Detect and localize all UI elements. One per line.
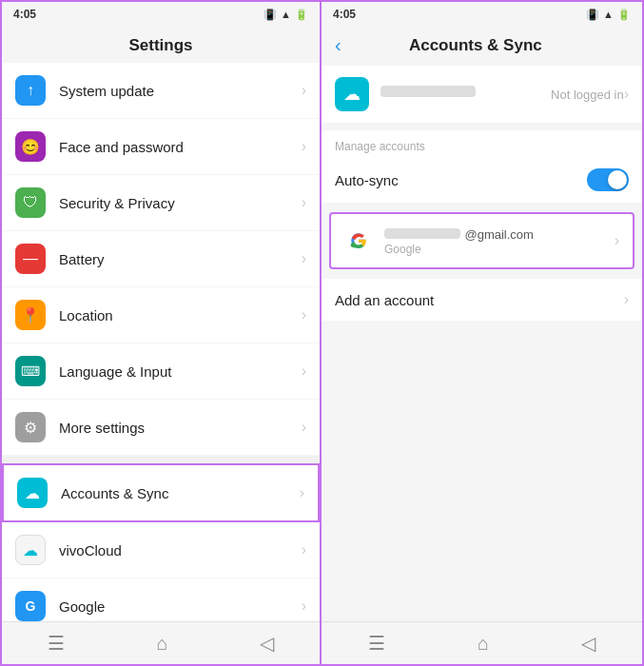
add-account-chevron-icon: › <box>624 291 629 308</box>
gmail-info: @gmail.com Google <box>384 225 615 256</box>
sidebar-item-security-privacy[interactable]: 🛡 Security & Privacy › <box>2 175 320 230</box>
chevron-icon: › <box>300 484 304 501</box>
security-privacy-icon: 🛡 <box>15 187 46 218</box>
autosync-label: Auto-sync <box>335 172 587 188</box>
not-logged-label: Not logged in <box>551 88 624 102</box>
chevron-icon: › <box>302 138 306 155</box>
back-button[interactable]: ‹ <box>335 34 342 56</box>
vibrate-icon: 📳 <box>263 9 277 21</box>
right-status-bar: 4:05 📳 ▲ 🔋 <box>322 2 642 27</box>
add-account-label: Add an account <box>335 292 624 308</box>
language-input-label: Language & Input <box>59 363 302 380</box>
sidebar-item-location[interactable]: 📍 Location › <box>2 287 320 343</box>
sidebar-item-system-update[interactable]: ↑ System update › <box>2 63 320 118</box>
language-icon: ⌨ <box>15 356 46 386</box>
right-bottom-nav: ☰ ⌂ ◁ <box>322 621 642 664</box>
account-info <box>381 86 551 103</box>
battery-icon: 🔋 <box>295 9 308 21</box>
left-status-bar: 4:05 📳 ▲ 🔋 <box>2 2 320 27</box>
chevron-icon: › <box>302 362 306 380</box>
add-account-row[interactable]: Add an account › <box>322 279 642 321</box>
home-icon[interactable]: ⌂ <box>156 633 167 655</box>
google-icon: G <box>15 591 46 621</box>
location-icon: 📍 <box>15 300 46 330</box>
google-g-icon <box>344 226 373 255</box>
chevron-icon: › <box>302 541 306 558</box>
left-bottom-nav: ☰ ⌂ ◁ <box>2 621 320 664</box>
sidebar-item-vivocloud[interactable]: ☁ vivoCloud › <box>2 522 320 578</box>
right-page-title: Accounts & Sync <box>349 36 602 55</box>
back-icon[interactable]: ◁ <box>260 632 274 655</box>
menu-icon[interactable]: ☰ <box>48 632 65 655</box>
left-page-title: Settings <box>2 27 320 63</box>
gmail-account-row[interactable]: @gmail.com Google › <box>329 212 634 269</box>
vibrate-icon: 📳 <box>586 9 599 21</box>
accounts-sync-icon: ☁ <box>17 478 48 508</box>
accounts-sync-label: Accounts & Sync <box>61 485 300 501</box>
sidebar-item-face-password[interactable]: 😊 Face and password › <box>2 119 320 174</box>
chevron-icon: › <box>302 82 306 99</box>
face-password-label: Face and password <box>59 139 302 155</box>
more-settings-icon: ⚙ <box>15 412 46 442</box>
left-panel: 4:05 📳 ▲ 🔋 Settings ↑ System update › 😊 … <box>0 0 322 666</box>
right-panel: 4:05 📳 ▲ 🔋 ‹ Accounts & Sync ☁ Not logge… <box>322 0 644 666</box>
home-icon[interactable]: ⌂ <box>478 633 489 655</box>
battery-icon: 🔋 <box>617 9 631 21</box>
wifi-icon: ▲ <box>603 9 614 20</box>
gmail-chevron-icon: › <box>615 232 619 249</box>
system-update-icon: ↑ <box>15 75 46 106</box>
chevron-icon: › <box>302 306 306 323</box>
gmail-blurred-name <box>384 228 460 239</box>
sidebar-item-language-input[interactable]: ⌨ Language & Input › <box>2 343 320 399</box>
gmail-suffix: @gmail.com <box>464 227 533 242</box>
right-header: ‹ Accounts & Sync <box>322 27 642 66</box>
gmail-sub-label: Google <box>384 243 615 256</box>
face-password-icon: 😊 <box>15 131 46 162</box>
manage-label: Manage accounts <box>322 130 642 157</box>
account-type-icon: ☁ <box>335 77 369 111</box>
battery-label: Battery <box>59 251 302 267</box>
autosync-row: Auto-sync <box>322 157 642 203</box>
sidebar-item-google[interactable]: G Google › <box>2 578 320 621</box>
more-settings-label: More settings <box>59 420 302 436</box>
sidebar-item-accounts-sync[interactable]: ☁ Accounts & Sync › <box>2 463 320 522</box>
account-blurred-name <box>381 86 476 97</box>
gmail-address: @gmail.com <box>384 225 615 243</box>
vivocloud-label: vivoCloud <box>59 542 302 558</box>
battery-icon: — <box>15 244 46 274</box>
settings-list: ↑ System update › 😊 Face and password › … <box>2 63 320 621</box>
right-content: ☁ Not logged in › Manage accounts Auto-s… <box>322 66 642 621</box>
sidebar-item-battery[interactable]: — Battery › <box>2 231 320 286</box>
manage-section: Manage accounts Auto-sync <box>322 130 642 203</box>
account-row[interactable]: ☁ Not logged in › <box>322 66 642 123</box>
left-time: 4:05 <box>13 8 36 21</box>
security-privacy-label: Security & Privacy <box>59 195 302 211</box>
menu-icon[interactable]: ☰ <box>368 632 385 655</box>
chevron-icon: › <box>302 194 306 211</box>
wifi-icon: ▲ <box>281 9 291 20</box>
location-label: Location <box>59 307 302 323</box>
left-status-icons: 📳 ▲ 🔋 <box>263 9 308 21</box>
chevron-icon: › <box>302 250 306 267</box>
chevron-icon: › <box>302 419 306 436</box>
chevron-icon: › <box>302 597 306 615</box>
right-time: 4:05 <box>333 8 356 21</box>
account-chevron-icon: › <box>624 86 629 103</box>
section-divider <box>2 456 320 463</box>
system-update-label: System update <box>59 83 302 99</box>
sidebar-item-more-settings[interactable]: ⚙ More settings › <box>2 400 320 455</box>
right-status-icons: 📳 ▲ 🔋 <box>586 9 631 21</box>
vivocloud-icon: ☁ <box>15 535 46 565</box>
autosync-toggle[interactable] <box>587 168 629 191</box>
back-icon[interactable]: ◁ <box>581 632 595 655</box>
google-label: Google <box>59 598 302 615</box>
